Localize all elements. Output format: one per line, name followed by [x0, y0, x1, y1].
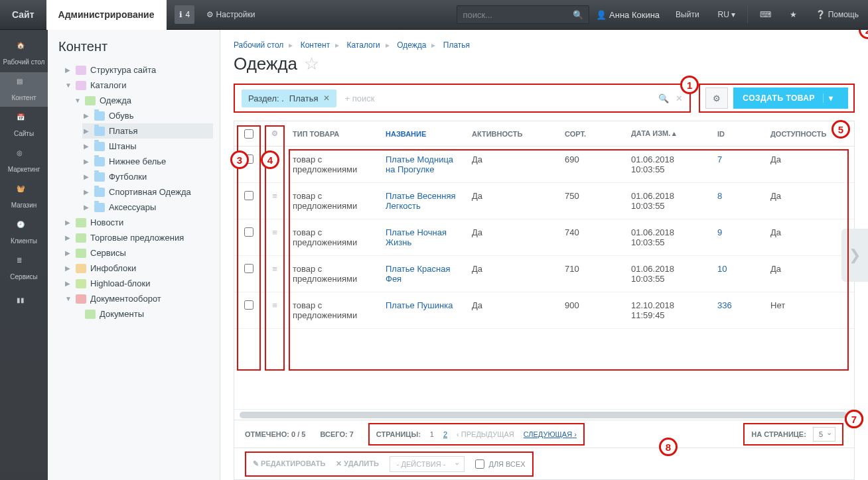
col-avail[interactable]: ДОСТУПНОСТЬ: [764, 130, 837, 138]
cell-id[interactable]: 9: [711, 227, 764, 247]
tree-docflow[interactable]: ▼Документооборот: [64, 291, 213, 306]
search-icon[interactable]: 🔍: [658, 93, 669, 103]
column-settings-icon[interactable]: ⚙: [263, 129, 286, 138]
favorite-icon[interactable]: ☆: [304, 54, 319, 74]
tree-docs[interactable]: Документы: [73, 306, 213, 322]
cell-type: товар с предложениями: [286, 300, 379, 320]
col-id[interactable]: ID: [711, 130, 764, 138]
next-page[interactable]: СЛЕДУЮЩАЯ ›: [524, 430, 577, 438]
notifications-button[interactable]: ℹ 4: [175, 5, 195, 24]
row-menu-icon[interactable]: ≡: [263, 264, 286, 284]
tab-admin[interactable]: Администрирование: [46, 0, 167, 30]
tree-item-pants[interactable]: ▶Штаны: [82, 139, 213, 154]
settings-button[interactable]: ⚙ Настройки: [200, 5, 261, 24]
tree-clothes[interactable]: ▼Одежда: [73, 93, 213, 108]
tree-item-tshirts[interactable]: ▶Футболки: [82, 169, 213, 184]
crumb-1[interactable]: Контент: [301, 40, 330, 50]
logout-button[interactable]: Выйти: [669, 5, 706, 24]
tree-item-dresses[interactable]: ▶Платья: [82, 123, 213, 139]
leftbar-stats[interactable]: ▮▮: [0, 287, 48, 322]
row-checkbox[interactable]: [244, 264, 253, 273]
tree-offers[interactable]: ▶Торговые предложения: [64, 230, 213, 245]
help-button[interactable]: ❔ Помощь: [809, 5, 865, 24]
select-all-checkbox[interactable]: [244, 129, 253, 139]
keyboard-icon[interactable]: ⌨: [753, 5, 778, 24]
horizontal-scrollbar[interactable]: [234, 409, 854, 420]
create-item-button[interactable]: СОЗДАТЬ ТОВАР ▾: [733, 88, 848, 109]
leftbar-content[interactable]: ▤Контент: [0, 72, 48, 107]
tree-news[interactable]: ▶Новости: [64, 215, 213, 230]
tab-site[interactable]: Сайт: [0, 0, 46, 30]
bulk-actions-select[interactable]: - ДЕЙСТВИЯ -: [390, 456, 465, 472]
col-type[interactable]: ТИП ТОВАРА: [286, 130, 379, 138]
leftbar-clients[interactable]: 🕘Клиенты: [0, 215, 48, 250]
perpage-select[interactable]: 5: [813, 427, 835, 442]
table-row[interactable]: ≡товар с предложениямиПлатье Красная Фея…: [234, 256, 854, 292]
col-name[interactable]: НАЗВАНИЕ: [379, 130, 465, 138]
cell-name[interactable]: Платье Ночная Жизнь: [379, 227, 465, 247]
row-checkbox[interactable]: [244, 300, 253, 310]
cell-date: 01.06.2018 10:03:55: [624, 264, 711, 284]
for-all-checkbox[interactable]: ДЛЯ ВСЕХ: [475, 459, 525, 469]
col-date[interactable]: ДАТА ИЗМ. ▴: [624, 129, 711, 138]
filter-box[interactable]: Раздел: . Платья ✕ + поиск 🔍✕ 1: [234, 84, 691, 113]
tree-item-accessories[interactable]: ▶Аксессуары: [82, 200, 213, 215]
row-checkbox[interactable]: [244, 191, 253, 200]
leftbar-desktop[interactable]: 🏠Рабочий стол: [0, 36, 48, 71]
crumb-2[interactable]: Каталоги: [346, 40, 380, 50]
tree-item-shoes[interactable]: ▶Обувь: [82, 108, 213, 123]
cell-name[interactable]: Платье Пушинка: [379, 300, 465, 320]
page-1[interactable]: 1: [430, 430, 434, 438]
prev-page[interactable]: ПРЕДЫДУЩАЯ: [461, 430, 514, 438]
table-row[interactable]: ≡товар с предложениямиПлатье Ночная Жизн…: [234, 219, 854, 256]
grid-settings-button[interactable]: ⚙: [705, 88, 728, 109]
cell-id[interactable]: 10: [711, 264, 764, 284]
folder-icon: [94, 157, 105, 166]
clear-icon[interactable]: ✕: [676, 93, 683, 103]
lang-switch[interactable]: RU ▾: [711, 5, 743, 24]
cell-name[interactable]: Платье Красная Фея: [379, 264, 465, 284]
crumb-4[interactable]: Платья: [443, 40, 470, 50]
folder-icon: [94, 188, 105, 197]
crumb-0[interactable]: Рабочий стол: [234, 40, 283, 50]
edit-button[interactable]: ✎ РЕДАКТИРОВАТЬ: [253, 459, 325, 468]
table-row[interactable]: ≡товар с предложениямиПлатье Весенняя Ле…: [234, 183, 854, 219]
cell-id[interactable]: 7: [711, 154, 764, 174]
page-2[interactable]: 2: [443, 430, 447, 438]
tree-item-sport[interactable]: ▶Спортивная Одежда: [82, 184, 213, 200]
leftbar-services[interactable]: ≣Сервисы: [0, 251, 48, 286]
chevron-down-icon[interactable]: ▾: [823, 93, 839, 103]
leftbar-sites[interactable]: 📅Сайты: [0, 108, 48, 143]
tree-structure[interactable]: ▶Структура сайта: [64, 62, 213, 78]
target-icon: ◎: [17, 149, 31, 164]
col-active[interactable]: АКТИВНОСТЬ: [465, 130, 558, 138]
tree-infoblocks[interactable]: ▶Инфоблоки: [64, 261, 213, 276]
star-icon[interactable]: ★: [783, 5, 804, 24]
leftbar-store[interactable]: 🧺Магазин: [0, 180, 48, 214]
col-sort[interactable]: СОРТ.: [558, 130, 624, 138]
global-search[interactable]: поиск... 🔍: [457, 5, 589, 24]
tree-services[interactable]: ▶Сервисы: [64, 245, 213, 261]
delete-button[interactable]: ✕ УДАЛИТЬ: [336, 459, 379, 468]
cell-id[interactable]: 336: [711, 300, 764, 320]
close-icon[interactable]: ✕: [323, 93, 330, 103]
folder-icon: [94, 142, 105, 151]
row-checkbox[interactable]: [244, 227, 253, 237]
topbar: Сайт Администрирование ℹ 4 ⚙ Настройки п…: [0, 0, 868, 30]
collapse-panel-button[interactable]: ❯: [841, 229, 868, 282]
tree-catalogs[interactable]: ▼Каталоги: [64, 78, 213, 93]
cell-id[interactable]: 8: [711, 191, 764, 211]
row-menu-icon[interactable]: ≡: [263, 191, 286, 211]
crumb-3[interactable]: Одежда: [397, 40, 426, 50]
row-menu-icon[interactable]: ≡: [263, 300, 286, 320]
table-row[interactable]: ≡товар с предложениямиПлатье ПушинкаДа90…: [234, 292, 854, 329]
cell-name[interactable]: Платье Весенняя Легкость: [379, 191, 465, 211]
leftbar-marketing[interactable]: ◎Маркетинг: [0, 144, 48, 178]
filter-tag[interactable]: Раздел: . Платья ✕: [242, 90, 336, 107]
tree-highload[interactable]: ▶Highload-блоки: [64, 276, 213, 291]
row-menu-icon[interactable]: ≡: [263, 227, 286, 247]
table-row[interactable]: ≡товар с предложениямиПлатье Модница на …: [234, 147, 854, 183]
user-menu[interactable]: 👤 Анна Кокина: [589, 10, 666, 20]
tree-item-underwear[interactable]: ▶Нижнее белье: [82, 154, 213, 169]
cell-name[interactable]: Платье Модница на Прогулке: [379, 154, 465, 174]
